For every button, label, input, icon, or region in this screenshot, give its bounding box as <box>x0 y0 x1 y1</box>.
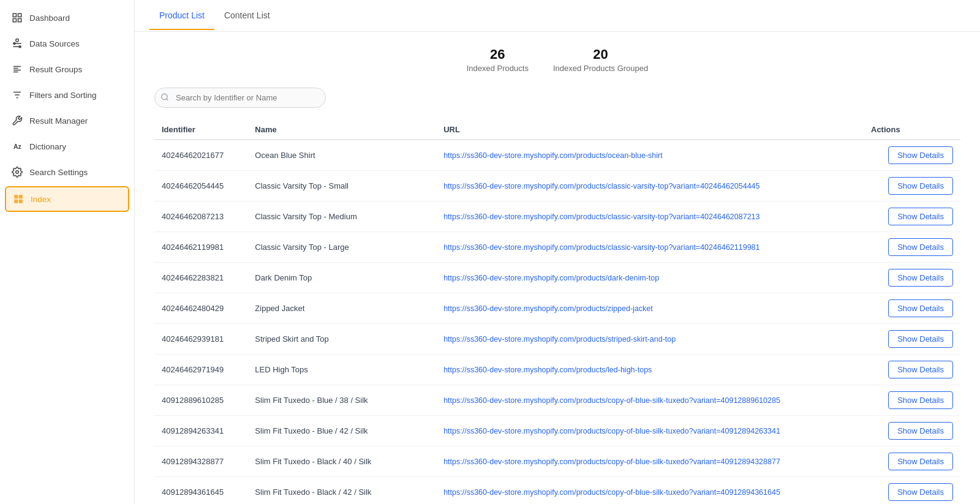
svg-rect-2 <box>13 19 16 22</box>
show-details-button[interactable]: Show Details <box>888 361 953 378</box>
cell-actions: Show Details <box>864 171 960 201</box>
sidebar-item-dictionary[interactable]: Az Dictionary <box>0 134 134 159</box>
svg-rect-3 <box>18 19 21 22</box>
indexed-products-value: 26 <box>467 47 529 62</box>
table-row: 40246462939181 Striped Skirt and Top htt… <box>154 324 960 355</box>
show-details-button[interactable]: Show Details <box>888 453 953 470</box>
dictionary-icon: Az <box>11 140 23 152</box>
svg-point-15 <box>16 171 19 174</box>
show-details-button[interactable]: Show Details <box>888 177 953 195</box>
col-url: URL <box>436 120 864 140</box>
cell-actions: Show Details <box>864 477 960 505</box>
url-link[interactable]: https://ss360-dev-store.myshopify.com/pr… <box>443 335 676 344</box>
filters-icon <box>11 89 23 101</box>
cell-name: Slim Fit Tuxedo - Blue / 38 / Silk <box>247 385 436 416</box>
cell-name: Classic Varsity Top - Large <box>247 232 436 263</box>
tab-bar: Product List Content List <box>135 0 980 32</box>
sidebar-item-data-sources[interactable]: Data Sources <box>0 31 134 56</box>
tab-product-list[interactable]: Product List <box>149 2 214 30</box>
cell-url: https://ss360-dev-store.myshopify.com/pr… <box>436 324 864 355</box>
cell-url: https://ss360-dev-store.myshopify.com/pr… <box>436 477 864 505</box>
sidebar-item-result-manager[interactable]: Result Manager <box>0 108 134 134</box>
svg-text:Az: Az <box>13 143 21 150</box>
table-row: 40246462971949 LED High Tops https://ss3… <box>154 355 960 385</box>
cell-identifier: 40246462054445 <box>154 171 247 201</box>
table-row: 40246462283821 Dark Denim Top https://ss… <box>154 263 960 293</box>
cell-actions: Show Details <box>864 385 960 416</box>
cell-identifier: 40246462480429 <box>154 293 247 324</box>
col-identifier: Identifier <box>154 120 247 140</box>
search-input[interactable] <box>154 88 326 108</box>
cell-url: https://ss360-dev-store.myshopify.com/pr… <box>436 446 864 477</box>
show-details-button[interactable]: Show Details <box>888 146 953 164</box>
sidebar-item-result-manager-label: Result Manager <box>29 116 88 126</box>
url-link[interactable]: https://ss360-dev-store.myshopify.com/pr… <box>443 304 653 313</box>
cell-actions: Show Details <box>864 293 960 324</box>
cell-actions: Show Details <box>864 140 960 171</box>
url-link[interactable]: https://ss360-dev-store.myshopify.com/pr… <box>443 274 659 282</box>
grid-icon <box>11 12 23 24</box>
url-link[interactable]: https://ss360-dev-store.myshopify.com/pr… <box>443 243 760 252</box>
sidebar-item-dictionary-label: Dictionary <box>29 142 66 151</box>
show-details-button[interactable]: Show Details <box>888 238 953 256</box>
show-details-button[interactable]: Show Details <box>888 483 953 501</box>
cell-url: https://ss360-dev-store.myshopify.com/pr… <box>436 232 864 263</box>
show-details-button[interactable]: Show Details <box>888 299 953 317</box>
show-details-button[interactable]: Show Details <box>888 422 953 440</box>
url-link[interactable]: https://ss360-dev-store.myshopify.com/pr… <box>443 488 780 497</box>
show-details-button[interactable]: Show Details <box>888 391 953 409</box>
url-link[interactable]: https://ss360-dev-store.myshopify.com/pr… <box>443 213 760 221</box>
cell-identifier: 40912889610285 <box>154 385 247 416</box>
indexed-products-label: Indexed Products <box>467 64 529 73</box>
url-link[interactable]: https://ss360-dev-store.myshopify.com/pr… <box>443 427 780 435</box>
url-link[interactable]: https://ss360-dev-store.myshopify.com/pr… <box>443 457 780 466</box>
col-actions: Actions <box>864 120 960 140</box>
cell-name: Slim Fit Tuxedo - Black / 42 / Silk <box>247 477 436 505</box>
cell-name: Classic Varsity Top - Small <box>247 171 436 201</box>
show-details-button[interactable]: Show Details <box>888 330 953 348</box>
stat-indexed-products: 26 Indexed Products <box>467 47 529 73</box>
svg-point-4 <box>16 39 19 42</box>
show-details-button[interactable]: Show Details <box>888 208 953 225</box>
url-link[interactable]: https://ss360-dev-store.myshopify.com/pr… <box>443 366 652 374</box>
cell-actions: Show Details <box>864 232 960 263</box>
sidebar-item-index[interactable]: Index <box>5 186 129 212</box>
index-icon <box>12 193 24 205</box>
table-row: 40246462021677 Ocean Blue Shirt https://… <box>154 140 960 171</box>
sidebar-item-filters-sorting[interactable]: Filters and Sorting <box>0 82 134 108</box>
tab-content-list[interactable]: Content List <box>214 2 280 30</box>
product-table: Identifier Name URL Actions 402464620216… <box>154 120 960 504</box>
cell-name: Zipped Jacket <box>247 293 436 324</box>
search-container <box>154 88 326 108</box>
sidebar-item-result-groups[interactable]: Result Groups <box>0 56 134 82</box>
cell-identifier: 40912894263341 <box>154 416 247 446</box>
sidebar-item-search-settings[interactable]: Search Settings <box>0 159 134 185</box>
sidebar-item-dashboard-label: Dashboard <box>29 13 70 23</box>
cell-name: LED High Tops <box>247 355 436 385</box>
cell-actions: Show Details <box>864 355 960 385</box>
url-link[interactable]: https://ss360-dev-store.myshopify.com/pr… <box>443 182 760 190</box>
cell-identifier: 40246462939181 <box>154 324 247 355</box>
sidebar-item-result-groups-label: Result Groups <box>29 65 82 74</box>
cell-identifier: 40246462087213 <box>154 201 247 232</box>
cell-url: https://ss360-dev-store.myshopify.com/pr… <box>436 171 864 201</box>
cell-identifier: 40246462119981 <box>154 232 247 263</box>
cell-identifier: 40912894361645 <box>154 477 247 505</box>
cell-actions: Show Details <box>864 446 960 477</box>
url-link[interactable]: https://ss360-dev-store.myshopify.com/pr… <box>443 396 780 405</box>
sidebar: Dashboard Data Sources Result Groups Fil… <box>0 0 135 504</box>
cell-actions: Show Details <box>864 201 960 232</box>
table-row: 40912894263341 Slim Fit Tuxedo - Blue / … <box>154 416 960 446</box>
stat-indexed-grouped: 20 Indexed Products Grouped <box>553 47 648 73</box>
table-row: 40246462480429 Zipped Jacket https://ss3… <box>154 293 960 324</box>
sidebar-item-dashboard[interactable]: Dashboard <box>0 5 134 31</box>
result-manager-icon <box>11 115 23 127</box>
table-row: 40246462054445 Classic Varsity Top - Sma… <box>154 171 960 201</box>
cell-name: Striped Skirt and Top <box>247 324 436 355</box>
svg-rect-0 <box>13 13 16 17</box>
main-content: Product List Content List 26 Indexed Pro… <box>135 0 980 504</box>
cell-actions: Show Details <box>864 416 960 446</box>
cell-name: Classic Varsity Top - Medium <box>247 201 436 232</box>
show-details-button[interactable]: Show Details <box>888 269 953 287</box>
url-link[interactable]: https://ss360-dev-store.myshopify.com/pr… <box>443 151 663 160</box>
